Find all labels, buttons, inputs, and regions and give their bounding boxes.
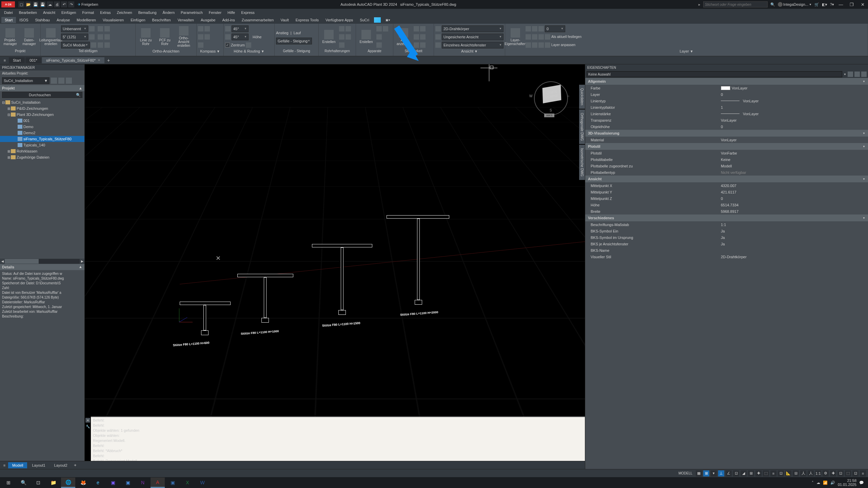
layout-menu-icon[interactable]: ≡ <box>1 463 7 467</box>
status-icon-9[interactable]: ✚ <box>755 470 762 476</box>
view-dropdown[interactable]: Ungesicherte Ansicht▼ <box>442 34 504 40</box>
zentrum-check[interactable]: ✓ <box>225 43 230 47</box>
ribbon-tab-addins[interactable]: Add-ins <box>219 17 238 23</box>
tray-chevron-icon[interactable]: ˄ <box>812 481 814 485</box>
pm-search-input[interactable]: Durchsuchen🔍 <box>2 92 82 98</box>
menu-ansicht[interactable]: Ansicht <box>40 10 58 15</box>
menu-format[interactable]: Format <box>79 10 97 15</box>
vtab-isometric[interactable]: Isometrische DWG <box>579 145 585 180</box>
ribbon-tab-start[interactable]: Start <box>1 17 16 23</box>
angle-icon-2[interactable] <box>225 34 231 40</box>
rh-icon-4[interactable] <box>346 34 351 40</box>
visual-style-dropdown[interactable]: 2D-Drahtkörper▼ <box>442 25 504 32</box>
ribbon-tab-express[interactable]: Express Tools <box>292 17 322 23</box>
user-menu[interactable]: IntegaDesign... ▼ <box>778 2 812 7</box>
angle-icon-1[interactable] <box>225 26 231 32</box>
pcf-to-pipe-button[interactable]: PCF zu Rohr <box>156 27 174 46</box>
module-icon[interactable] <box>91 42 96 48</box>
ribbon-tab-vault[interactable]: Vault <box>277 17 292 23</box>
status-modell[interactable]: MODELL <box>676 471 694 476</box>
doc-tab-siframo[interactable]: siFramo_Typicals_StützeF80*✕ <box>42 57 104 63</box>
tray-network-icon[interactable]: 📶 <box>823 481 828 485</box>
compass-icon-5[interactable] <box>198 42 203 48</box>
layer-icon-3[interactable] <box>538 26 544 32</box>
onenote-button[interactable]: N <box>136 477 150 488</box>
status-icon-15[interactable]: 人 <box>800 470 806 476</box>
rh-icon-2[interactable] <box>346 26 351 32</box>
status-grid-icon[interactable]: ▦ <box>696 470 702 476</box>
part-icon-4[interactable] <box>104 26 110 32</box>
layer-icon-2[interactable] <box>532 26 537 32</box>
status-customize-icon[interactable]: ≡ <box>860 470 866 476</box>
menu-fenster[interactable]: Fenster <box>206 10 224 15</box>
status-icon-3[interactable]: ▾ <box>711 470 717 476</box>
status-icon-17[interactable]: 1:1 <box>815 470 821 476</box>
ribbon-tab-visualisieren[interactable]: Visualisieren <box>99 17 127 23</box>
menu-parametrisch[interactable]: Parametrisch <box>178 10 205 15</box>
close-button[interactable]: ✕ <box>859 1 867 8</box>
layer-icon-9[interactable] <box>532 42 537 48</box>
apps-icon[interactable]: ◧▾ <box>822 2 827 7</box>
status-icon-7[interactable]: ◢ <box>741 470 747 476</box>
vis-icon-6[interactable] <box>420 42 426 48</box>
help-icon[interactable]: ?▾ <box>830 2 834 7</box>
section-collapse-icon[interactable]: ▲ <box>79 265 82 269</box>
part-icon-2[interactable] <box>98 34 103 40</box>
rohrhalter-erstellen-button[interactable]: Erstellen <box>320 29 338 44</box>
status-polar-icon[interactable]: ∠ <box>726 470 732 476</box>
status-icon-13[interactable]: 📐 <box>785 470 791 476</box>
rh-icon-3[interactable] <box>339 34 344 40</box>
layout-tab-modell[interactable]: Modell <box>8 462 27 468</box>
vis-icon-2[interactable] <box>420 26 426 32</box>
taskbar-clock[interactable]: 21:5801.01.2025 <box>838 479 856 487</box>
vis-icon-1[interactable] <box>414 26 419 32</box>
layer-icon-7[interactable] <box>545 34 550 40</box>
pm-settings-icon[interactable] <box>66 78 72 84</box>
menu-express[interactable]: Express <box>238 10 257 15</box>
compass-icon-2[interactable] <box>204 26 210 32</box>
spec-icon[interactable] <box>89 26 95 32</box>
view-icon-1[interactable] <box>435 26 441 32</box>
compass-icon-3[interactable] <box>198 34 203 40</box>
current-project-dropdown[interactable]: SuCri_Installation▼ <box>2 77 50 84</box>
layer-icon-1[interactable] <box>526 26 531 32</box>
layer-props-button[interactable]: Layer- Eigenschaften <box>507 27 524 46</box>
app-button-2[interactable]: ▣ <box>121 477 135 488</box>
chrome-button[interactable]: 🌐 <box>61 477 75 488</box>
ribbon-tab-beschriften[interactable]: Beschriften <box>149 17 174 23</box>
status-icon-22[interactable]: ⊡ <box>852 470 859 476</box>
app-button-3[interactable]: ▣ <box>165 477 180 488</box>
excel-button[interactable]: X <box>180 477 195 488</box>
ribbon-color-icon[interactable] <box>374 17 381 23</box>
layer-icon-6[interactable] <box>538 34 544 40</box>
status-icon-12[interactable]: ⊡ <box>778 470 784 476</box>
app-icon-4[interactable] <box>376 42 382 48</box>
part-icon-5[interactable] <box>104 34 110 40</box>
vtab-orthogonal[interactable]: Orthogonale DWG <box>579 109 585 144</box>
layout-tab-layout1[interactable]: Layout1 <box>28 462 49 468</box>
help-search-input[interactable]: Stichwort oder Frage eingeben <box>703 1 768 7</box>
compass-icon-1[interactable] <box>198 26 203 32</box>
line-to-pipe-button[interactable]: Linie zu Rohr <box>137 27 155 46</box>
qat-open-icon[interactable]: 📂 <box>25 1 32 7</box>
layer-icon-5[interactable] <box>532 34 537 40</box>
angle2-dropdown[interactable]: 45°▼ <box>232 34 249 40</box>
props-icon-1[interactable] <box>848 72 853 77</box>
qat-undo-icon[interactable]: ↶ <box>61 1 67 7</box>
status-icon-16[interactable]: 人 <box>808 470 814 476</box>
qat-new-icon[interactable]: ▢ <box>18 1 24 7</box>
layout-tab-layout2[interactable]: Layout2 <box>50 462 72 468</box>
rh-icon-5[interactable] <box>339 42 344 48</box>
ribbon-tab-einfugen[interactable]: Einfügen <box>127 17 149 23</box>
layer-icon-11[interactable] <box>545 42 550 48</box>
app-icon-3[interactable] <box>376 34 382 40</box>
angle1-dropdown[interactable]: 45°▼ <box>232 25 249 32</box>
search-icon[interactable]: 🔍 <box>770 2 775 7</box>
doc-tab-001[interactable]: 001* <box>25 57 41 63</box>
menu-datei[interactable]: Datei <box>1 10 16 15</box>
status-icon-8[interactable]: ⊞ <box>748 470 754 476</box>
ribbon-tab-modellieren[interactable]: Modellieren <box>73 17 99 23</box>
size-icon[interactable] <box>89 34 95 40</box>
part-icon-3[interactable] <box>98 42 103 48</box>
compass-icon-4[interactable] <box>204 34 210 40</box>
